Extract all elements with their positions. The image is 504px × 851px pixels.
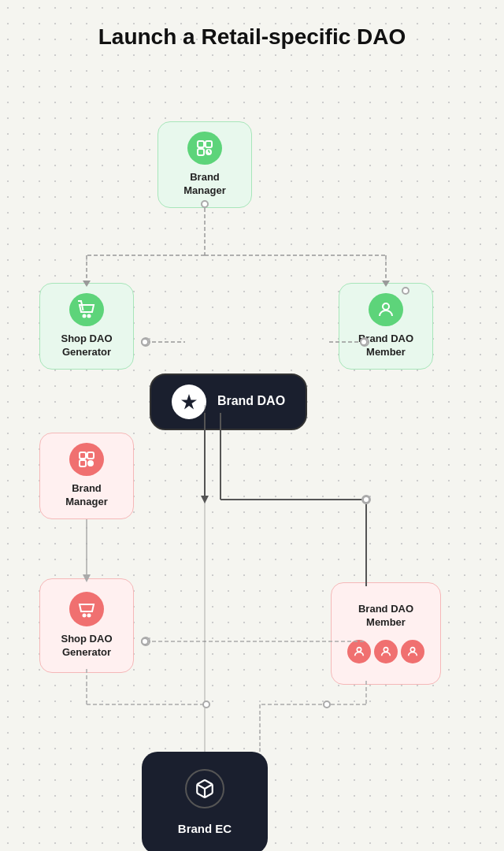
svg-point-35 [83,314,86,317]
svg-point-37 [383,303,389,310]
brand-dao-node: Brand DAO [150,373,307,430]
svg-rect-30 [206,141,212,147]
brand-ec-icon [185,769,224,808]
connector-dot-6 [202,700,210,708]
brand-manager-red-label: BrandManager [65,482,107,509]
connector-dot-5 [323,700,331,708]
shop-dao-gen-green-label: Shop DAOGenerator [61,333,113,359]
svg-point-42 [83,614,86,616]
brand-manager-red-node: BrandManager [39,433,134,519]
svg-rect-38 [80,452,86,459]
brand-manager-top-label: Brand Manager [183,171,225,198]
shop-dao-gen-green-node: Shop DAOGenerator [39,283,134,370]
svg-rect-29 [198,141,204,147]
connector-dot-7 [402,287,410,295]
brand-manager-top-node: Brand Manager [158,121,252,208]
brand-dao-member-green-label: Brand DAOMember [358,333,413,359]
svg-rect-31 [198,149,204,155]
svg-point-45 [384,648,387,652]
brand-dao-label: Brand DAO [217,393,285,410]
svg-rect-40 [80,460,86,466]
brand-manager-top-icon [187,132,222,165]
connector-dot-4 [141,637,149,645]
connector-dot-2 [360,338,368,346]
member-avatars [347,640,424,663]
svg-point-36 [88,314,91,317]
shop-dao-gen-red-node: Shop DAOGenerator [39,578,134,673]
shop-dao-gen-red-label: Shop DAOGenerator [61,633,113,660]
brand-manager-red-icon [69,443,104,476]
svg-rect-39 [87,452,94,459]
svg-point-44 [357,648,361,652]
page-title: Launch a Retail-specific DAO [16,24,488,50]
brand-ec-node: Brand EC [142,752,268,851]
svg-point-46 [410,648,414,652]
connector-dot-8 [201,200,209,208]
brand-dao-member-green-node: Brand DAOMember [339,283,433,370]
brand-dao-icon [172,385,206,419]
brand-dao-member-red-node: Brand DAOMember [331,582,441,685]
shop-dao-gen-green-icon [69,293,104,326]
shop-dao-gen-red-icon [69,592,104,626]
brand-dao-member-green-icon [369,293,403,326]
brand-dao-member-red-label: Brand DAOMember [358,603,413,630]
svg-marker-12 [201,496,209,504]
avatar-3 [401,640,424,663]
avatar-2 [374,640,398,663]
svg-point-43 [88,614,91,616]
connector-dot-1 [141,338,149,346]
brand-ec-label: Brand EC [178,821,232,837]
avatar-1 [347,640,371,663]
connector-dot-3 [362,496,370,504]
svg-point-41 [88,461,93,466]
